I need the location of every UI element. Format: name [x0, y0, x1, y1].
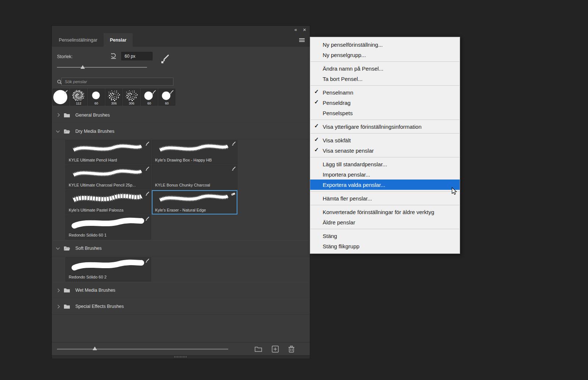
thumbnail-size-track[interactable] — [57, 349, 228, 349]
chevron-right-icon — [52, 289, 64, 292]
menu-separator — [311, 61, 459, 62]
brush-size-slider[interactable] — [57, 64, 147, 70]
panel-body: Storlek: 11260306306 60 60 General Brush… — [52, 47, 310, 342]
new-brush-icon[interactable] — [272, 345, 279, 353]
menu-separator — [311, 133, 459, 134]
menu-item-importera-penslar[interactable]: Importera penslar... — [310, 169, 460, 180]
menu-item-label: Visa senaste penslar — [323, 148, 374, 154]
group-header-general-brushes[interactable]: General Brushes — [52, 107, 310, 123]
delete-trash-icon[interactable] — [288, 345, 295, 353]
panel-footer — [52, 342, 310, 355]
panel-tabs: PenselinställningarPenslar — [52, 33, 133, 47]
collapse-panel-icon[interactable]: « — [294, 27, 297, 32]
group-header-dry-media-brushes[interactable]: Dry Media Brushes — [52, 123, 310, 139]
checkmark-icon: ✓ — [314, 136, 319, 143]
group-label: General Brushes — [75, 113, 110, 118]
slider-thumb[interactable] — [80, 65, 85, 69]
recent-brush-size-label: 306 — [123, 102, 140, 105]
brush-name: Kyle's Ultimate Pastel Palooza — [69, 208, 123, 212]
recent-brush-1[interactable] — [53, 89, 69, 106]
group-label: Soft Brushes — [75, 246, 102, 251]
folder-icon — [64, 288, 74, 293]
brushes-panel: « × PenselinställningarPenslar Storlek: — [52, 26, 310, 359]
menu-item-label: Penseldrag — [323, 100, 351, 106]
brush-tile-kyle-s-ultimate-pastel-palooza[interactable]: Kyle's Ultimate Pastel Palooza — [65, 190, 151, 214]
menu-item-stang-flikgrupp[interactable]: Stäng flikgrupp — [310, 241, 460, 251]
recent-brush-5[interactable]: 306 — [123, 89, 140, 106]
brush-tile-redondo-s-lido-60-2[interactable]: Redondo Sólido 60 2 — [65, 257, 151, 281]
brush-tile-kyle-ultimate-charcoal-pencil-25p[interactable]: KYLE Ultimate Charcoal Pencil 25p... — [65, 165, 151, 189]
menu-item-label: Äldre penslar — [323, 219, 355, 225]
recent-brush-2[interactable]: 112 — [70, 89, 87, 106]
brush-tile-kyle-s-drawing-box-happy-hb[interactable]: Kyle's Drawing Box - Happy HB — [152, 140, 237, 164]
menu-item-penselspets[interactable]: Penselspets — [310, 108, 460, 118]
menu-item-visa-sokfalt[interactable]: ✓Visa sökfält — [310, 135, 460, 145]
menu-item-ny-penselgrupp[interactable]: Ny penselgrupp... — [310, 50, 460, 60]
menu-item-penselnamn[interactable]: ✓Penselnamn — [310, 87, 460, 97]
recent-brush-size-label: 60 — [159, 102, 175, 105]
brush-tile-redondo-s-lido-60-1[interactable]: Redondo Sólido 60 1 — [65, 215, 151, 239]
brush-tile-kyle-s-eraser-natural-edge[interactable]: Kyle's Eraser - Natural Edge — [152, 190, 237, 214]
brush-tip-icon — [231, 167, 236, 171]
checkmark-icon: ✓ — [314, 99, 319, 105]
panel-menu-button[interactable] — [294, 33, 310, 47]
menu-item-stang[interactable]: Stäng — [310, 231, 460, 241]
tab-penslar[interactable]: Penslar — [104, 33, 133, 47]
brush-grid: KYLE Ultimate Pencil Hard Kyle's Drawing… — [52, 139, 310, 240]
menu-separator — [311, 205, 459, 205]
group-header-special-effects-brushes[interactable]: Special Effects Brushes — [52, 298, 310, 315]
brush-name: Kyle's Drawing Box - Happy HB — [155, 158, 212, 162]
search-brushes-input[interactable] — [61, 78, 173, 86]
menu-item-penseldrag[interactable]: ✓Penseldrag — [310, 97, 460, 108]
group-header-soft-brushes[interactable]: Soft Brushes — [52, 240, 310, 256]
open-folder-icon — [64, 246, 74, 251]
resize-grip[interactable] — [174, 356, 187, 358]
brush-tip-icon — [169, 90, 173, 95]
stroke-preview — [69, 142, 147, 156]
recent-brush-size-label: 60 — [141, 102, 157, 105]
thumbnail-size-thumb[interactable] — [93, 347, 97, 350]
brush-stroke-preview-icon[interactable] — [160, 54, 170, 64]
menu-item-andra-namn-pa-pensel[interactable]: Ändra namn på Pensel... — [310, 63, 460, 74]
menu-item-ny-penselforinstallning[interactable]: Ny penselförinställning... — [310, 39, 460, 50]
recent-brush-6[interactable]: 60 — [141, 89, 158, 106]
folder-icon — [64, 113, 74, 118]
recent-brush-size-label: 306 — [106, 102, 122, 105]
new-group-folder-icon[interactable] — [255, 345, 262, 353]
recent-brush-size-label: 60 — [88, 102, 104, 105]
brush-tip-icon — [63, 90, 68, 95]
panel-header: « × — [52, 26, 310, 33]
brush-tile-kyle-ultimate-pencil-hard[interactable]: KYLE Ultimate Pencil Hard — [65, 140, 151, 164]
recent-brush-4[interactable]: 306 — [105, 89, 122, 106]
menu-item-visa-senaste-penslar[interactable]: ✓Visa senaste penslar — [310, 145, 460, 156]
chevron-right-icon — [52, 114, 64, 116]
menu-item-visa-ytterligare-forinstallningsinformation[interactable]: ✓Visa ytterligare förinställningsinforma… — [310, 121, 460, 132]
menu-item-label: Ny penselgrupp... — [323, 52, 366, 58]
menu-item-label: Penselspets — [323, 110, 353, 116]
menu-item-lagg-till-standardpenslar[interactable]: Lägg till standardpenslar... — [310, 159, 460, 169]
slider-track[interactable] — [57, 67, 147, 68]
brush-size-input[interactable] — [121, 52, 153, 60]
menu-item-label: Hämta fler penslar... — [323, 195, 372, 202]
menu-item-konverterade-forinstallningar-for-aldre-verktyg[interactable]: Konverterade förinställningar för äldre … — [310, 207, 460, 217]
group-header-wet-media-brushes[interactable]: Wet Media Brushes — [52, 282, 310, 298]
menu-item-label: Visa ytterligare förinställningsinformat… — [323, 124, 422, 130]
panel-bottom-edge — [52, 355, 310, 359]
brush-tile-kyle-bonus-chunky-charcoal[interactable]: KYLE Bonus Chunky Charcoal — [152, 165, 237, 189]
recent-brush-3[interactable]: 60 — [88, 89, 105, 106]
tab-penselinstallningar[interactable]: Penselinställningar — [53, 33, 104, 47]
chevron-down-icon — [52, 248, 64, 249]
checkmark-icon: ✓ — [314, 146, 319, 153]
brush-tip-icon — [151, 90, 156, 95]
menu-item-exportera-valda-penslar[interactable]: Exportera valda penslar... — [310, 180, 460, 190]
close-panel-icon[interactable]: × — [303, 27, 306, 32]
menu-item-ta-bort-pensel[interactable]: Ta bort Pensel... — [310, 74, 460, 84]
recent-brush-7[interactable]: 60 — [158, 89, 175, 106]
menu-item-hamta-fler-penslar[interactable]: Hämta fler penslar... — [310, 193, 460, 203]
menu-item-aldre-penslar[interactable]: Äldre penslar — [310, 217, 460, 227]
brush-tip-icon — [231, 142, 236, 146]
reset-size-icon[interactable] — [110, 52, 117, 60]
folder-icon — [64, 304, 74, 309]
chevron-right-icon — [52, 305, 64, 308]
menu-separator — [311, 191, 459, 192]
